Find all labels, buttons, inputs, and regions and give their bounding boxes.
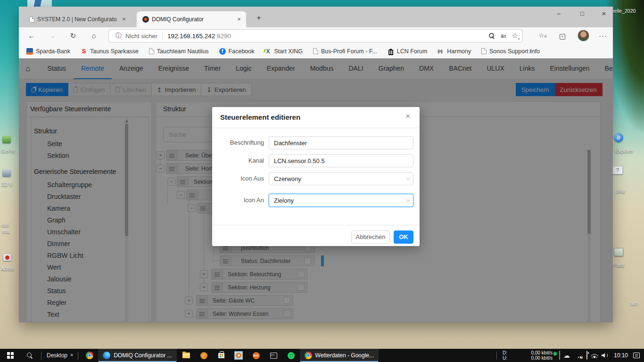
tab-close-icon[interactable]: × — [120, 15, 128, 24]
collections-icon[interactable]: + — [556, 30, 569, 41]
bookmark-label: Harmony — [447, 48, 471, 55]
bookmark-item[interactable]: fFacebook — [219, 48, 255, 55]
profile-avatar[interactable] — [578, 30, 589, 41]
tray-battery-icon[interactable] — [586, 351, 587, 360]
divider — [496, 352, 497, 360]
add-favorite-icon[interactable]: ☆+ — [512, 32, 518, 40]
notes-icon: ✓ — [200, 352, 207, 359]
wallpaper-sail — [27, 0, 52, 7]
bookmark-item[interactable]: Bus-Profi Forum - F... — [313, 48, 377, 55]
desktop-shortcut-icon[interactable] — [2, 136, 11, 143]
desktop-icon-label[interactable]: Explorer — [615, 148, 634, 154]
back-icon[interactable]: ← — [25, 30, 38, 41]
bookmark-label: Sonos Support Info — [489, 48, 540, 55]
desktop-icon-label[interactable]: Acrob — [1, 266, 14, 272]
home-icon[interactable]: ⌂ — [88, 30, 100, 41]
acrobat-icon[interactable] — [3, 254, 11, 261]
desktop-icon-label[interactable]: ma. — [2, 229, 11, 234]
chevron-icon[interactable]: » — [70, 352, 75, 359]
sparda-icon — [26, 48, 33, 55]
desktop-shortcut-icon[interactable] — [2, 169, 11, 177]
tab-strip: SYSTEM 2.0 | New Configurator ( × DOMIQ … — [19, 7, 613, 27]
desktop-icon-label[interactable]: 3D V — [1, 181, 12, 187]
xing-icon: X — [265, 48, 272, 55]
kanal-input[interactable] — [269, 154, 413, 167]
pinned-dex-button[interactable]: DeX — [248, 349, 265, 362]
pinned-explorer-button[interactable] — [178, 349, 195, 362]
window-maximize-button[interactable]: □ — [571, 7, 593, 22]
bookmark-label: Start XING — [274, 48, 303, 55]
new-tab-button[interactable]: + — [253, 12, 265, 24]
dialog-title: Steuerelement editieren — [220, 113, 300, 121]
bookmark-item[interactable]: STaunus Sparkasse — [81, 48, 139, 55]
field-label: Icon Aus — [212, 172, 264, 185]
chrome-icon — [305, 352, 312, 359]
tab-system20[interactable]: SYSTEM 2.0 | New Configurator ( × — [25, 11, 131, 27]
desktop-icon-label[interactable]: Pass — [613, 262, 624, 268]
store-icon — [218, 353, 224, 358]
desktop-icon-label[interactable]: cali — [1, 222, 9, 228]
pinned-cmd-button[interactable]: C:\ — [265, 349, 282, 362]
desktop-icon-label[interactable]: play — [616, 188, 625, 194]
bookmarks-overflow-icon[interactable]: › — [529, 47, 531, 55]
desktop-icon-label[interactable]: GeFor — [1, 148, 15, 154]
page-favicon-icon — [29, 16, 34, 23]
icon-aus-select[interactable] — [269, 172, 413, 185]
bookmark-item[interactable]: Tauchteam Nautilus — [149, 48, 209, 55]
divider — [162, 32, 163, 40]
internet-explorer-icon[interactable]: e — [614, 133, 623, 142]
bookmark-item[interactable]: LCN Forum — [388, 48, 428, 55]
icon-an-select[interactable] — [269, 194, 413, 207]
translate-icon[interactable]: äa — [501, 33, 506, 39]
desktop-icon-label[interactable]: belle_2020 — [611, 8, 636, 14]
windows-logo-icon — [7, 352, 14, 359]
tab-domiq-configurator[interactable]: DOMIQ Configurator × — [137, 11, 246, 27]
field-label: Kanal — [212, 154, 264, 167]
favorites-bar-icon[interactable]: ☆≡ — [537, 30, 549, 41]
taskbar-clock[interactable]: 10:10 — [612, 352, 630, 359]
window-close-button[interactable]: × — [593, 7, 615, 22]
desktop-shortcut-icon[interactable]: ? — [612, 166, 623, 174]
bookmark-label: LCN Forum — [397, 48, 428, 55]
tray-volume-icon[interactable] — [602, 353, 609, 358]
url-host: 192.168.165.242 — [167, 33, 215, 40]
edit-control-dialog: Steuerelement editieren × BeschriftungKa… — [212, 107, 420, 246]
refresh-icon[interactable]: ↻ — [67, 30, 79, 41]
bookmark-item[interactable]: (H)Harmony — [438, 48, 471, 55]
url-port: :8290 — [215, 33, 231, 40]
tray-monitor-icon[interactable] — [559, 351, 560, 360]
battery-shape — [586, 351, 587, 360]
tray-onedrive-icon[interactable]: ☁ — [563, 352, 570, 359]
action-center-icon[interactable] — [633, 353, 640, 358]
net-key: D: — [503, 350, 507, 356]
bookmark-item[interactable]: XStart XING — [265, 48, 303, 55]
pinned-store-button[interactable] — [213, 349, 230, 362]
cancel-button[interactable]: Abbrechen — [351, 230, 390, 244]
dialog-close-icon[interactable]: × — [403, 112, 413, 121]
window-minimize-button[interactable]: – — [548, 7, 570, 22]
beschriftung-input[interactable] — [269, 136, 413, 149]
desktop-icon-label[interactable]: orb — [630, 301, 637, 306]
tray-wifi-icon[interactable] — [591, 353, 598, 358]
more-menu-icon[interactable]: ··· — [597, 30, 609, 41]
monitor-shape — [559, 351, 560, 360]
forward-icon[interactable]: → — [46, 30, 58, 41]
tab-close-icon[interactable]: × — [235, 15, 243, 24]
windows-start-button[interactable] — [0, 349, 21, 362]
taskbar-task[interactable]: Wetterdaten - Google... — [300, 349, 379, 362]
bookmark-label: Sparda-Bank — [36, 48, 70, 55]
pinned-notes-button[interactable]: ✓ — [195, 349, 213, 362]
address-bar[interactable]: ⓘ Nicht sicher 192.168.165.242 :8290 äa … — [108, 29, 522, 42]
pinned-movies-button[interactable] — [230, 349, 248, 362]
pinned-chrome-button[interactable] — [81, 349, 98, 362]
ok-button[interactable]: OK — [394, 230, 413, 244]
pinned-spotify-button[interactable] — [282, 349, 300, 362]
desktop: belle_2020GeFor3D Vcalima.AcrobExplorerp… — [0, 0, 644, 362]
bookmark-item[interactable]: Sparda-Bank — [26, 48, 70, 55]
taskbar-search-button[interactable] — [21, 349, 39, 362]
desktop-shortcut-icon[interactable] — [614, 248, 623, 256]
taskbar-task[interactable]: DOMIQ Configurator ... — [98, 349, 176, 362]
info-icon[interactable]: ⓘ — [116, 32, 122, 40]
bookmarks-bar: Sparda-BankSTaunus SparkasseTauchteam Na… — [19, 44, 613, 58]
password-key-icon[interactable] — [488, 33, 495, 39]
